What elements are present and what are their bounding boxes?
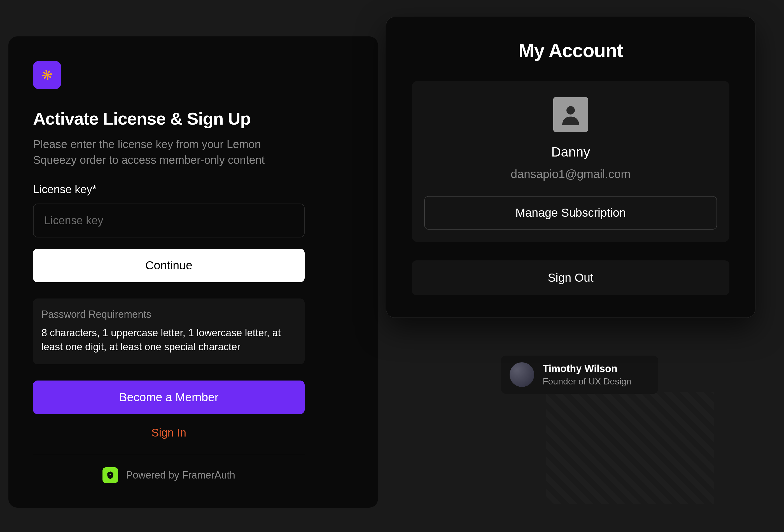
license-key-label: License key* [33, 183, 353, 196]
sign-out-button[interactable]: Sign Out [412, 260, 729, 295]
background-pattern [546, 392, 714, 504]
powered-by-text: Powered by FramerAuth [126, 469, 235, 481]
account-card: My Account Danny dansapio1@gmail.com Man… [386, 17, 755, 318]
user-info: Timothy Wilson Founder of UX Design [543, 363, 632, 387]
profile-name: Danny [551, 144, 590, 160]
user-name: Timothy Wilson [543, 363, 632, 375]
profile-box: Danny dansapio1@gmail.com Manage Subscri… [412, 81, 729, 242]
password-requirements-box: Password Requirements 8 characters, 1 up… [33, 299, 305, 364]
lemon-leaf-icon: ❋ [40, 66, 54, 84]
divider [33, 455, 305, 455]
page-subtitle: Please enter the license key from your L… [33, 136, 277, 168]
page-title: Activate License & Sign Up [33, 109, 353, 129]
signup-card: ❋ Activate License & Sign Up Please ente… [8, 36, 378, 508]
account-title: My Account [412, 39, 729, 61]
powered-by-row: Powered by FramerAuth [33, 467, 305, 483]
svg-point-0 [566, 106, 575, 114]
manage-subscription-button[interactable]: Manage Subscription [424, 196, 717, 230]
requirements-title: Password Requirements [41, 309, 296, 320]
user-role: Founder of UX Design [543, 376, 632, 387]
become-member-button[interactable]: Become a Member [33, 381, 305, 414]
profile-email: dansapio1@gmail.com [511, 167, 631, 181]
avatar-placeholder-icon [553, 97, 588, 132]
app-logo-icon: ❋ [33, 61, 61, 89]
user-card[interactable]: Timothy Wilson Founder of UX Design [501, 356, 658, 394]
framerauth-badge-icon [103, 467, 118, 483]
requirements-text: 8 characters, 1 uppercase letter, 1 lowe… [41, 326, 296, 354]
continue-button[interactable]: Continue [33, 249, 305, 282]
license-key-input[interactable] [33, 203, 305, 237]
user-avatar [510, 362, 534, 387]
sign-in-link[interactable]: Sign In [33, 426, 305, 439]
